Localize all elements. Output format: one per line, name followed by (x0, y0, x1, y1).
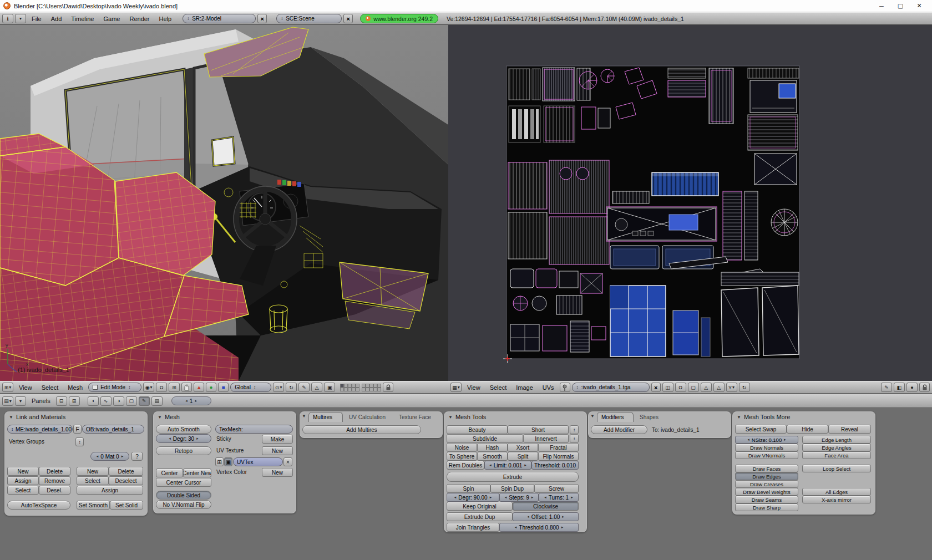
mesh-datablock-field[interactable]: ↕ME:ivado_details_1.002 (7, 425, 73, 434)
viewport-3d-scene[interactable]: x y (0, 25, 448, 381)
uv-image-canvas[interactable] (448, 25, 932, 381)
uvtex-name-field[interactable]: UVTex (233, 457, 283, 466)
layer-cell[interactable] (366, 384, 369, 388)
snap-grid-icon[interactable]: ⊞ (169, 383, 180, 392)
panel-header-multires[interactable]: ▼ (302, 414, 306, 419)
manipulator-translate-icon[interactable]: ▲ (194, 383, 204, 392)
uvtex-image-toggle-icon[interactable]: ▣ (224, 457, 232, 466)
add-modifier-button[interactable]: Add Modifier (591, 425, 647, 434)
all-edges-toggle[interactable]: All Edges (802, 488, 871, 496)
draw-pencil-icon[interactable]: ✎ (298, 383, 310, 392)
sticky-make-button[interactable]: Make (262, 435, 293, 444)
menu-timeline[interactable]: Timeline (67, 14, 98, 23)
vgroup-assign-button[interactable]: Assign (7, 476, 39, 485)
uv-image-menu[interactable]: Image (512, 383, 537, 392)
uv-texture-new-button[interactable]: New (262, 446, 293, 455)
maximize-button[interactable]: ▢ (891, 0, 910, 12)
layer-cell[interactable] (366, 388, 369, 391)
menu-add[interactable]: Add (47, 14, 66, 23)
uv-select-menu[interactable]: Select (486, 383, 511, 392)
spin-dup-button[interactable]: Spin Dup (490, 484, 534, 493)
vgroup-new-button[interactable]: New (7, 467, 39, 476)
uv-select-face-icon[interactable]: △ (713, 383, 725, 392)
face-select-icon[interactable]: △ (311, 383, 322, 392)
view-menu[interactable]: View (15, 383, 36, 392)
double-sided-toggle[interactable]: Double Sided (156, 491, 211, 500)
subdivide-button[interactable]: Subdivide (447, 434, 523, 443)
uvtex-grid-toggle-icon[interactable]: ⊞ (215, 457, 224, 466)
panel-header-mesh[interactable]: ▼Mesh (158, 414, 180, 420)
new-image-icon[interactable]: ◫ (662, 383, 673, 392)
select-menu[interactable]: Select (38, 383, 63, 392)
vgroup-deselect-button[interactable]: Desel. (39, 486, 70, 495)
limit-field[interactable]: ◂Limit: 0.001▸ (484, 461, 531, 470)
uv-update-icon[interactable]: ◧ (894, 383, 905, 392)
material-assign-button[interactable]: Assign (77, 486, 143, 495)
proportional-edit-icon[interactable]: ⊙▾ (273, 383, 284, 392)
uvtex-delete-icon[interactable]: × (283, 457, 292, 466)
edge-angles-toggle[interactable]: Edge Angles (802, 444, 871, 451)
layer-cell[interactable] (373, 388, 377, 391)
set-solid-button[interactable]: Set Solid (110, 501, 143, 510)
uv-image-editor[interactable] (448, 25, 932, 381)
draw-normals-toggle[interactable]: Draw Normals (735, 444, 798, 451)
layer-cell[interactable] (377, 388, 381, 391)
scene-selector[interactable]: ↕SCE:Scene (276, 14, 342, 23)
draw-sharp-toggle[interactable]: Draw Sharp (735, 503, 798, 511)
editor-type-buttons-icon[interactable]: ▤▾ (2, 396, 13, 406)
layer-cell[interactable] (369, 388, 373, 391)
material-help-button[interactable]: ? (131, 452, 143, 461)
nsize-field[interactable]: ◂NSize: 0.100▸ (735, 436, 798, 444)
version-link[interactable]: www.blender.org 249.2 (360, 14, 438, 23)
menubar-collapse-icon[interactable]: ▾ (15, 14, 26, 23)
auto-smooth-degrees-field[interactable]: ◂Degr: 30▸ (156, 434, 211, 443)
hash-button[interactable]: Hash (477, 443, 508, 452)
uv-sticky-icon[interactable]: Y▾ (726, 383, 737, 392)
reveal-button[interactable]: Reveal (828, 425, 871, 434)
layer-cell[interactable] (340, 388, 344, 391)
split-button[interactable]: Split (508, 452, 538, 461)
uv-paint-icon[interactable]: ✎ (881, 383, 892, 392)
extrude-dup-button[interactable]: Extrude Dup (447, 512, 513, 521)
spin-degrees-field[interactable]: ◂Degr: 90.00▸ (447, 493, 499, 502)
clockwise-toggle[interactable]: Clockwise (513, 502, 579, 511)
material-new-button[interactable]: New (77, 467, 109, 476)
object-name-field[interactable]: OB:ivado_details_1 (82, 425, 144, 434)
tab-shapes[interactable]: Shapes (636, 412, 667, 422)
manipulator-hand-icon[interactable] (181, 383, 192, 392)
layer-cell[interactable] (373, 384, 377, 388)
draw-edges-toggle[interactable]: Draw Edges (735, 472, 798, 480)
panel-header-link-materials[interactable]: ▼Link and Materials (9, 414, 65, 420)
spin-button[interactable]: Spin (447, 484, 490, 493)
layer-cell[interactable] (344, 388, 348, 391)
material-index-field[interactable]: ◂0 Mat 0▸ (90, 452, 129, 461)
layer-cell[interactable] (352, 388, 356, 391)
innervert-menu-icon[interactable]: ↕ (570, 434, 579, 443)
orientation-selector[interactable]: Global↕ (230, 383, 271, 392)
image-datablock-selector[interactable]: ↕:ivado_details_1.tga (572, 383, 650, 392)
steps-field[interactable]: ◂Steps: 9▸ (499, 493, 539, 502)
vgroup-delete-button[interactable]: Delete (39, 467, 70, 476)
draw-bevel-weights-toggle[interactable]: Draw Bevel Weights (735, 488, 798, 496)
scene-close-icon[interactable]: × (343, 14, 353, 23)
screw-button[interactable]: Screw (534, 484, 579, 493)
draw-seams-toggle[interactable]: Draw Seams (735, 496, 798, 503)
add-multires-button[interactable]: Add Multires (302, 425, 421, 434)
lock-icon[interactable] (383, 383, 393, 392)
buttons-menu-collapse-icon[interactable]: ▾ (15, 396, 26, 406)
noise-button[interactable]: Noise (447, 443, 477, 452)
select-swap-button[interactable]: Select Swap (735, 425, 787, 434)
shading-context-icon[interactable]: ◑ (113, 396, 124, 406)
script-context-icon[interactable]: ∿ (100, 396, 112, 406)
threshold-field[interactable]: ◂Threshold: 0.010▸ (531, 461, 579, 470)
panel-header-mesh-tools-more[interactable]: ▼Mesh Tools More (737, 414, 790, 420)
uv-pivot-icon[interactable]: Ω (675, 383, 686, 392)
layer-cell[interactable] (348, 388, 352, 391)
info-editor-icon[interactable]: ℹ (2, 14, 13, 23)
uv-uvs-menu[interactable]: UVs (539, 383, 558, 392)
vertex-color-new-button[interactable]: New (262, 468, 293, 477)
draw-creases-toggle[interactable]: Draw Creases (735, 480, 798, 488)
to-sphere-button[interactable]: To Sphere (447, 452, 477, 461)
xsort-button[interactable]: Xsort (508, 443, 538, 452)
fake-user-button[interactable]: F (73, 425, 82, 434)
